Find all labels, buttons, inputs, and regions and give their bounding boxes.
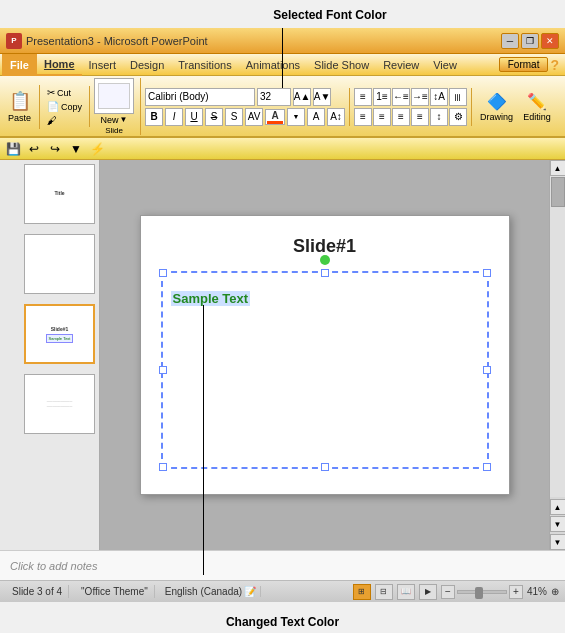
zoom-level[interactable]: 41% — [527, 586, 547, 597]
new-slide-dropdown[interactable]: ▼ — [120, 115, 128, 125]
text-box-selected[interactable]: Sample Text — [161, 271, 489, 469]
scroll-down-button[interactable]: ▼ — [550, 534, 566, 550]
qat-extra[interactable]: ⚡ — [88, 140, 106, 158]
bottom-annotation-label: Changed Text Color — [0, 615, 565, 629]
bold-button[interactable]: B — [145, 108, 163, 126]
qat-save[interactable]: 💾 — [4, 140, 22, 158]
zoom-track[interactable] — [457, 590, 507, 594]
scroll-up-button[interactable]: ▲ — [550, 160, 566, 176]
insert-menu[interactable]: Insert — [82, 54, 124, 76]
language-selector[interactable]: English (Canada) 📝 — [161, 586, 261, 597]
strikethrough-button[interactable]: S — [205, 108, 223, 126]
handle-bottom-middle[interactable] — [321, 463, 329, 471]
format-button[interactable]: Format — [499, 57, 549, 72]
font-family-input[interactable] — [145, 88, 255, 106]
qat-undo[interactable]: ↩ — [25, 140, 43, 158]
columns-button[interactable]: ⫼ — [449, 88, 467, 106]
status-bar: Slide 3 of 4 "Office Theme" English (Can… — [0, 580, 565, 602]
slide-panel: 1 Title 2 3 Slide#1 — [0, 160, 100, 550]
language-icon: 📝 — [244, 586, 256, 597]
design-menu[interactable]: Design — [123, 54, 171, 76]
new-slide-label[interactable]: New — [101, 115, 119, 125]
qat-dropdown[interactable]: ▼ — [67, 140, 85, 158]
slide-canvas[interactable]: Slide#1 Sample Text — [140, 215, 510, 495]
text-direction-button[interactable]: ↕A — [430, 88, 448, 106]
new-slide-preview[interactable] — [94, 78, 134, 114]
view-menu[interactable]: View — [426, 54, 464, 76]
slide-label: Slide — [105, 126, 123, 135]
increase-font-button[interactable]: A▲ — [293, 88, 311, 106]
handle-bottom-right[interactable] — [483, 463, 491, 471]
char-spacing-button[interactable]: A↕ — [327, 108, 345, 126]
window-title: Presentation3 - Microsoft PowerPoint — [26, 35, 208, 47]
language-text: English (Canada) — [165, 586, 242, 597]
sample-text: Sample Text — [171, 291, 251, 306]
reading-view-button[interactable]: 📖 — [397, 584, 415, 600]
file-menu[interactable]: File — [2, 54, 37, 76]
underline-button[interactable]: U — [185, 108, 203, 126]
rotate-handle[interactable] — [320, 255, 330, 265]
drawing-button[interactable]: 🔷 Drawing — [476, 85, 517, 129]
clear-format-button[interactable]: A — [307, 108, 325, 126]
handle-top-left[interactable] — [159, 269, 167, 277]
animations-menu[interactable]: Animations — [239, 54, 307, 76]
restore-button[interactable]: ❐ — [521, 33, 539, 49]
scroll-prev-slide[interactable]: ▲ — [550, 499, 566, 515]
spacing-button[interactable]: AV — [245, 108, 263, 126]
numbered-list-button[interactable]: 1≡ — [373, 88, 391, 106]
zoom-out-button[interactable]: − — [441, 585, 455, 599]
paste-button[interactable]: 📋 Paste — [4, 85, 35, 129]
decrease-indent-button[interactable]: ←≡ — [392, 88, 410, 106]
zoom-thumb[interactable] — [475, 587, 483, 599]
slide-sorter-button[interactable]: ⊟ — [375, 584, 393, 600]
home-menu[interactable]: Home — [37, 54, 82, 76]
shadow-button[interactable]: S — [225, 108, 243, 126]
font-color-button[interactable]: A — [265, 109, 285, 125]
handle-middle-left[interactable] — [159, 366, 167, 374]
font-controls-row: 📋 Paste ✂Cut 📄Copy 🖌 New ▼ Slide — [4, 78, 561, 135]
font-size-input[interactable] — [257, 88, 291, 106]
slide-thumb-2[interactable] — [24, 234, 95, 294]
slide-thumb-3[interactable]: Slide#1 Sample Text — [24, 304, 95, 364]
cut-button[interactable]: ✂Cut — [44, 86, 85, 99]
handle-top-middle[interactable] — [321, 269, 329, 277]
align-left-button[interactable]: ≡ — [354, 108, 372, 126]
format-painter-button[interactable]: 🖌 — [44, 114, 85, 127]
line-spacing-button[interactable]: ↕ — [430, 108, 448, 126]
decrease-font-button[interactable]: A▼ — [313, 88, 331, 106]
scroll-next-slide[interactable]: ▼ — [550, 516, 566, 532]
slide-thumb-4[interactable]: ───────── ───────── — [24, 374, 95, 434]
scroll-thumb[interactable] — [551, 177, 565, 207]
align-center-button[interactable]: ≡ — [373, 108, 391, 126]
right-scrollbar: ▲ ▲ ▼ ▼ — [549, 160, 565, 550]
qat-redo[interactable]: ↪ — [46, 140, 64, 158]
justify-button[interactable]: ≡ — [411, 108, 429, 126]
italic-button[interactable]: I — [165, 108, 183, 126]
slide-thumb-1[interactable]: Title — [24, 164, 95, 224]
align-right-button[interactable]: ≡ — [392, 108, 410, 126]
handle-bottom-left[interactable] — [159, 463, 167, 471]
slide-thumb-wrapper-4: 4 ───────── ───────── — [4, 374, 95, 440]
copy-button[interactable]: 📄Copy — [44, 100, 85, 113]
slideshow-menu[interactable]: Slide Show — [307, 54, 376, 76]
minimize-button[interactable]: ─ — [501, 33, 519, 49]
review-menu[interactable]: Review — [376, 54, 426, 76]
normal-view-button[interactable]: ⊞ — [353, 584, 371, 600]
close-button[interactable]: ✕ — [541, 33, 559, 49]
status-right: ⊞ ⊟ 📖 ▶ − + 41% ⊕ — [353, 584, 559, 600]
fit-screen-button[interactable]: ⊕ — [551, 586, 559, 597]
smartart-button[interactable]: ⚙ — [449, 108, 467, 126]
handle-middle-right[interactable] — [483, 366, 491, 374]
notes-area[interactable]: Click to add notes — [0, 550, 565, 580]
canvas-area: Slide#1 Sample Text — [100, 160, 549, 550]
zoom-in-button[interactable]: + — [509, 585, 523, 599]
bullet-list-button[interactable]: ≡ — [354, 88, 372, 106]
help-icon[interactable]: ? — [550, 57, 559, 73]
editing-button[interactable]: ✏️ Editing — [519, 85, 555, 129]
zoom-slider: − + — [441, 585, 523, 599]
handle-top-right[interactable] — [483, 269, 491, 277]
increase-indent-button[interactable]: →≡ — [411, 88, 429, 106]
slideshow-button[interactable]: ▶ — [419, 584, 437, 600]
font-color-dropdown[interactable]: ▼ — [287, 108, 305, 126]
transitions-menu[interactable]: Transitions — [171, 54, 238, 76]
